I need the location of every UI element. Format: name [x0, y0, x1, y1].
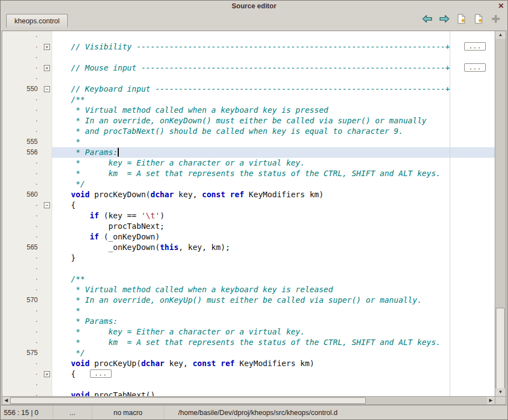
fold-gutter: [43, 295, 52, 306]
jump-forward-button[interactable]: [438, 13, 450, 24]
editor-line: · if (key == '\t'): [2, 211, 495, 221]
code-line[interactable]: /**: [52, 274, 495, 284]
gutter-line-number: 550: [2, 84, 43, 94]
vertical-scroll-thumb[interactable]: [496, 308, 505, 389]
code-line[interactable]: *: [52, 137, 495, 147]
fold-gutter: [43, 221, 52, 232]
code-token: [52, 232, 89, 241]
fold-gutter: [43, 147, 52, 158]
left-arrow-icon: ◀: [4, 398, 8, 403]
gutter-line-number: ·: [2, 168, 43, 179]
gutter-line-number: 555: [2, 137, 43, 147]
code-line[interactable]: {...: [52, 369, 495, 379]
code-line[interactable]: [52, 31, 495, 42]
folded-code-box[interactable]: ...: [90, 369, 112, 378]
gutter-line-number: ·: [2, 179, 43, 189]
code-line[interactable]: * Virtual method called when a keyboard …: [52, 284, 495, 295]
code-line[interactable]: * and procTabNext() should be called whe…: [52, 126, 495, 137]
code-line[interactable]: /**: [52, 94, 495, 105]
gutter-line-number: ·: [2, 42, 43, 52]
code-line[interactable]: if (_onKeyDown): [52, 232, 495, 242]
macro-status: no macro: [92, 406, 164, 419]
horizontal-scroll-thumb[interactable]: [10, 397, 366, 404]
code-line[interactable]: _onKeyDown(this, key, km);: [52, 242, 495, 253]
code-line[interactable]: // Keyboard input ----------------------…: [52, 84, 495, 94]
code-line[interactable]: // Mouse input -------------------------…: [52, 63, 495, 73]
code-line[interactable]: * key = Either a character or a virtual …: [52, 158, 495, 168]
gutter-line-number: ·: [2, 52, 43, 63]
code-line[interactable]: * Virtual method called when a keyboard …: [52, 105, 495, 116]
code-line[interactable]: [52, 263, 495, 274]
editor-line: · /**: [2, 94, 495, 105]
gutter-line-number: ·: [2, 327, 43, 337]
vertical-scrollbar[interactable]: ▲ ▼: [495, 31, 506, 396]
code-line[interactable]: * km = A set that represents the status …: [52, 337, 495, 348]
gutter-line-number: 556: [2, 147, 43, 158]
fold-gutter: [43, 158, 52, 168]
fold-marker-icon[interactable]: −: [44, 86, 50, 92]
code-token: void: [71, 190, 90, 199]
code-line[interactable]: * Params:: [52, 316, 495, 327]
fold-gutter: [43, 126, 52, 137]
code-line[interactable]: [52, 379, 495, 390]
editor-line: · * key = Either a character or a virtua…: [2, 158, 495, 168]
code-line[interactable]: if (key == '\t'): [52, 211, 495, 221]
code-line[interactable]: * key = Either a character or a virtual …: [52, 327, 495, 337]
code-lines: ··+ // Visibility ----------------------…: [2, 31, 495, 396]
code-token: * km = A set that represents the status …: [52, 169, 441, 178]
folded-code-box[interactable]: ...: [464, 42, 486, 51]
editor-line: · * km = A set that represents the statu…: [2, 168, 495, 179]
fold-gutter: [43, 253, 52, 263]
close-icon[interactable]: ✕: [498, 2, 504, 11]
fold-marker-icon[interactable]: +: [44, 44, 50, 50]
code-line[interactable]: void procTabNext(): [52, 390, 495, 396]
code-line[interactable]: */: [52, 348, 495, 358]
fold-gutter: [43, 168, 52, 179]
fold-gutter: +: [43, 63, 52, 73]
scroll-left-button[interactable]: ◀: [2, 397, 10, 404]
code-line[interactable]: [52, 73, 495, 84]
code-line-current[interactable]: * Params:: [52, 147, 495, 158]
fold-gutter: [43, 358, 52, 369]
scroll-up-button[interactable]: ▲: [495, 31, 506, 39]
save-document-as-button[interactable]: [472, 13, 485, 24]
save-document-button[interactable]: [455, 13, 467, 24]
gutter-line-number: ·: [2, 379, 43, 390]
code-line[interactable]: [52, 52, 495, 63]
jump-back-button[interactable]: [421, 13, 433, 24]
code-editor[interactable]: ··+ // Visibility ----------------------…: [2, 31, 495, 396]
code-line[interactable]: procTabNext;: [52, 221, 495, 232]
gutter-line-number: ·: [2, 31, 43, 42]
code-line[interactable]: * In an override, onKeyUp() must either …: [52, 295, 495, 306]
fold-marker-icon[interactable]: +: [44, 371, 50, 377]
code-token: {: [52, 201, 76, 209]
code-line[interactable]: * km = A set that represents the status …: [52, 168, 495, 179]
editor-line: · void procTabNext(): [2, 390, 495, 396]
code-line[interactable]: {: [52, 200, 495, 211]
code-token: procKeyDown(: [89, 190, 150, 199]
editor-line: · if (_onKeyDown): [2, 232, 495, 242]
code-line[interactable]: * In an override, onKeyDown() must eithe…: [52, 116, 495, 126]
fold-marker-icon[interactable]: +: [44, 65, 50, 71]
code-token: * Params:: [52, 317, 118, 326]
gutter-line-number: ·: [2, 390, 43, 396]
code-line[interactable]: */: [52, 179, 495, 189]
fold-gutter: [43, 31, 52, 42]
code-line[interactable]: // Visibility --------------------------…: [52, 42, 495, 52]
code-line[interactable]: void procKeyUp(dchar key, const ref KeyM…: [52, 358, 495, 369]
code-token: * and procTabNext() should be called whe…: [52, 127, 403, 136]
code-line[interactable]: }: [52, 253, 495, 263]
scroll-right-button[interactable]: ▶: [487, 397, 495, 404]
horizontal-scrollbar[interactable]: ◀ ▶: [2, 396, 495, 404]
code-token: if: [89, 232, 99, 241]
fold-marker-icon[interactable]: −: [44, 202, 50, 208]
code-line[interactable]: void procKeyDown(dchar key, const ref Ke…: [52, 189, 495, 200]
folded-code-box[interactable]: ...: [464, 63, 486, 72]
code-token: *: [52, 137, 81, 146]
tab-kheops-control[interactable]: kheops.control: [6, 14, 68, 27]
scroll-down-button[interactable]: ▼: [495, 388, 506, 396]
code-token: * km = A set that represents the status …: [52, 338, 441, 347]
editor-line: · *: [2, 306, 495, 316]
split-view-button[interactable]: [490, 13, 502, 24]
code-line[interactable]: *: [52, 306, 495, 316]
